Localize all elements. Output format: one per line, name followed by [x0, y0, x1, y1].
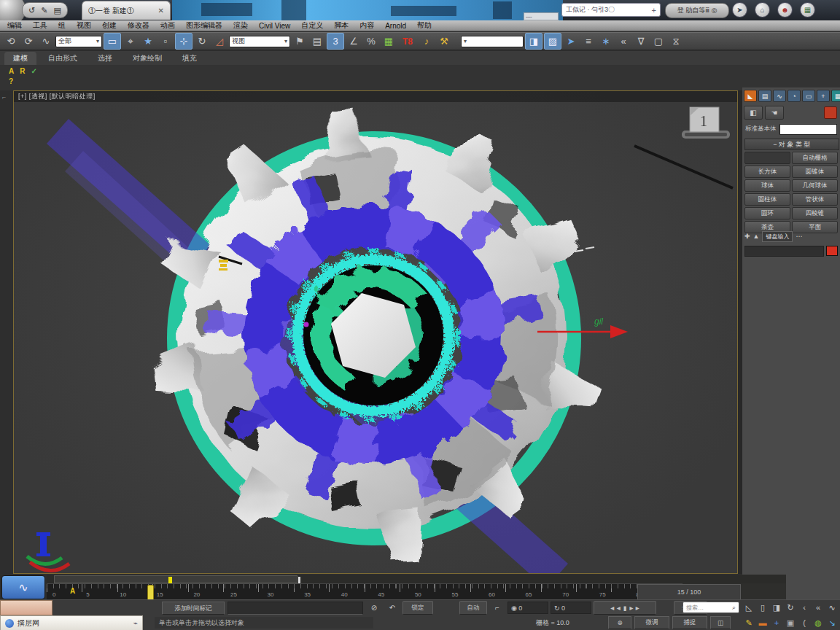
menu-item[interactable]: 组	[58, 20, 66, 31]
nav-icon-colored[interactable]: (	[798, 616, 811, 629]
toolbar-icon[interactable]: T8	[398, 34, 417, 49]
time-ruler[interactable]: 0510152025303540455055606570758085 A	[47, 583, 682, 600]
menu-item[interactable]: 帮助	[417, 20, 432, 31]
toolbar-icon[interactable]: ∗	[598, 34, 614, 49]
nav-icon[interactable]: ▯	[756, 601, 769, 614]
keyboard-entry-box[interactable]: 键盘输入	[762, 231, 793, 242]
primitive-button[interactable]: 圆柱体	[744, 193, 790, 206]
quick-icon[interactable]: ↺	[28, 6, 35, 15]
time-slider[interactable]	[147, 585, 154, 601]
nav-icon[interactable]: ◨	[770, 601, 783, 614]
toolbar-icon[interactable]: ⟳	[20, 34, 36, 49]
taskbar-item[interactable]: 撰层网 ⌁	[0, 615, 143, 630]
ribbon-mini-icon[interactable]: A	[9, 67, 14, 75]
menu-item[interactable]: 内容	[359, 20, 374, 31]
primitive-button[interactable]: 管状体	[792, 193, 838, 206]
search-plus-icon[interactable]: +	[652, 6, 656, 15]
track-bar[interactable]	[47, 575, 786, 583]
red-badge-icon[interactable]	[824, 106, 837, 119]
toolbar-icon[interactable]: 3	[327, 33, 344, 50]
primitive-button[interactable]: 几何球体	[792, 179, 838, 192]
viewport-label[interactable]: [+] [透视] [默认明暗处理]	[18, 92, 96, 101]
toolbar-icon[interactable]: ∿	[38, 34, 54, 49]
command-panel-tab-icon[interactable]: ∿	[773, 90, 786, 102]
ribbon-tab[interactable]: 自由形式	[39, 52, 86, 65]
menu-item[interactable]: 自定义	[301, 20, 323, 31]
toolbar-icon[interactable]: ★	[140, 34, 156, 49]
primitive-button[interactable]: 长方体	[744, 166, 790, 178]
ribbon-mini-icon[interactable]: ✓	[31, 67, 36, 75]
category-dropdown[interactable]	[779, 124, 838, 135]
nav-icon[interactable]: ‹	[798, 601, 811, 614]
keyframe-marker[interactable]: A	[70, 587, 75, 595]
status-control[interactable]: ◉ 0	[508, 602, 548, 614]
command-panel-tab-icon[interactable]: ▤	[758, 90, 771, 102]
toolbar-icon[interactable]: ▫	[158, 34, 174, 49]
object-name-field[interactable]	[744, 246, 824, 257]
document-tab[interactable]: ①一卷 新建① ✕	[82, 1, 171, 20]
ribbon-tab[interactable]: 填充	[174, 52, 206, 65]
toolbar-icon[interactable]: ∇	[633, 34, 649, 49]
curve-editor-button[interactable]: ∿	[1, 575, 45, 599]
geometry-icon[interactable]: ◧	[744, 106, 763, 120]
toolbar-icon[interactable]: ⚑	[292, 34, 308, 49]
command-panel-tab-icon[interactable]: ▦	[831, 90, 840, 102]
status-toggle[interactable]: 微调	[634, 616, 669, 629]
toolbar-icon[interactable]: ▨	[544, 33, 561, 50]
toolbar-icon[interactable]	[461, 36, 524, 47]
status-control[interactable]: ⌐	[489, 602, 505, 614]
viewport-label-bar[interactable]: [+] [透视] [默认明暗处理]	[14, 91, 737, 102]
toolbar-icon[interactable]: ▦	[381, 34, 397, 49]
close-icon[interactable]: ✕	[158, 7, 164, 15]
ribbon-mini-icon[interactable]: R	[20, 67, 25, 75]
toolbar-icon[interactable]: ≡	[580, 34, 596, 49]
ribbon-tab[interactable]: 选择	[89, 52, 121, 65]
quick-icon[interactable]: ▤	[53, 6, 61, 15]
mini-search-box[interactable]: 搜索… ⌕	[682, 602, 739, 613]
nav-icon-colored[interactable]: ▬	[756, 616, 769, 629]
menu-item[interactable]: 动画	[160, 20, 175, 31]
ribbon-tab[interactable]: 对象绘制	[124, 52, 171, 65]
toolbar-icon[interactable]: ◨	[525, 33, 542, 50]
toolbar-icon[interactable]: ⚒	[436, 34, 452, 49]
toolbar-icon[interactable]: ◿	[211, 34, 228, 49]
status-control[interactable]: 自动	[459, 601, 487, 615]
menu-item[interactable]: Arnold	[385, 22, 406, 30]
menu-item[interactable]: Civil View	[259, 22, 290, 30]
signin-group[interactable]: 登 助自等ⅲ ◎	[665, 3, 729, 18]
nav-icon-colored[interactable]: ✎	[742, 616, 755, 629]
track-range-box[interactable]	[54, 575, 298, 583]
menu-item[interactable]: 图形编辑器	[186, 20, 222, 31]
maxscript-mini-listener[interactable]	[0, 600, 52, 615]
object-type-rollout[interactable]: − 对 象 类 型	[744, 139, 839, 150]
primitive-button[interactable]: 圆锥体	[792, 166, 838, 178]
nav-icon[interactable]: ∿	[825, 601, 839, 614]
toolbar-icon[interactable]: 全部	[55, 36, 102, 47]
round-icon[interactable]: ☻	[777, 2, 793, 18]
frame-counter[interactable]: 15 / 100	[637, 584, 741, 600]
autogrid-field[interactable]	[744, 152, 790, 164]
menu-item[interactable]: 创建	[102, 20, 117, 31]
round-icon[interactable]: ⌂	[755, 2, 770, 18]
track-end-marker[interactable]	[298, 577, 300, 583]
toolbar-icon[interactable]: ⟲	[3, 34, 19, 49]
perspective-viewport[interactable]: gil 1 [+] [透视] [默认明暗处理]	[13, 90, 738, 574]
ribbon-mini-icon[interactable]: ?	[9, 77, 13, 85]
nav-icon-colored[interactable]: ↘	[825, 616, 839, 629]
menu-item[interactable]: 视图	[77, 20, 91, 31]
viewcube[interactable]: 1	[682, 107, 730, 139]
toolbar-icon[interactable]: ♪	[419, 34, 435, 49]
ribbon-tab[interactable]: 建模	[4, 52, 36, 65]
track-key-marker[interactable]	[168, 577, 172, 583]
menu-item[interactable]: 脚本	[334, 20, 349, 31]
toolbar-icon[interactable]: %	[363, 34, 379, 49]
nav-icon[interactable]: ◺	[742, 601, 755, 614]
status-control[interactable]: ◄◄ ▮ ►►	[594, 601, 656, 615]
nav-icon[interactable]: «	[812, 601, 825, 614]
status-control[interactable]: ↻ 0	[551, 602, 591, 614]
primitive-button[interactable]: 四棱锥	[792, 207, 838, 219]
status-toggle[interactable]: ⊕	[608, 616, 631, 629]
search-input[interactable]: 工似记 · 勻引3〇	[566, 5, 615, 15]
round-icon[interactable]: ➤	[732, 2, 747, 18]
arrow-up-icon[interactable]: ▲	[753, 233, 760, 240]
